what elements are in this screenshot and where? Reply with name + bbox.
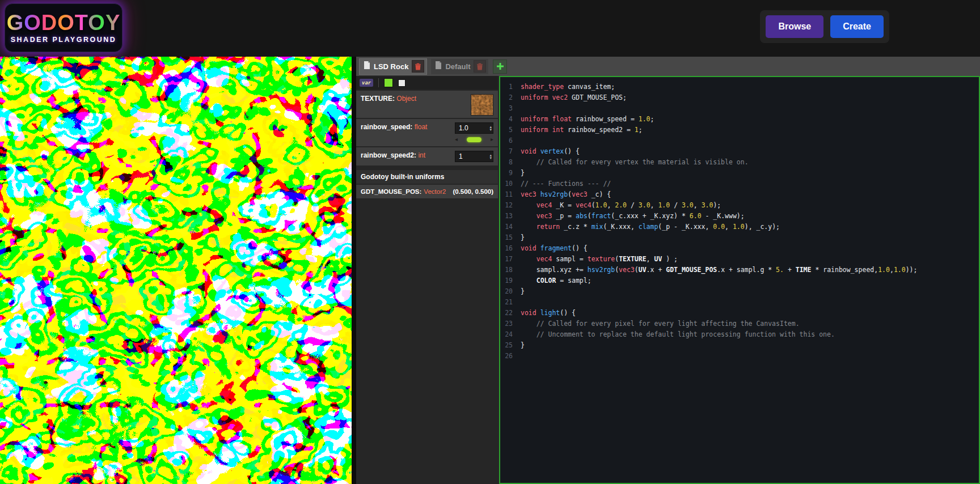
top-bar: GODOTOY SHADER PLAYGROUND Browse Create: [0, 0, 980, 57]
code-line[interactable]: 23 // Called for every pixel for every l…: [500, 319, 979, 329]
line-number: 21: [500, 297, 521, 308]
uniform-rainbow-speed2-row: rainbow_speed2: int 1 ▴▾: [356, 147, 498, 165]
mouse-pos-value: (0.500, 0.500): [453, 188, 493, 195]
code-line[interactable]: 24 // Uncomment to replace the default l…: [500, 329, 979, 340]
uniform-name: rainbow_speed2:: [361, 151, 416, 159]
slider-left-arrow-icon[interactable]: ◂: [455, 137, 458, 142]
code-line[interactable]: 22void light() {: [500, 308, 979, 319]
rainbow-speed2-label: rainbow_speed2: int: [361, 151, 425, 160]
uniforms-panel: var TEXTURE: Object: [356, 76, 498, 484]
line-number: 9: [500, 168, 521, 179]
green-swatch-button[interactable]: [384, 78, 393, 87]
line-number: 11: [500, 189, 521, 200]
code-line[interactable]: 6: [500, 135, 979, 146]
code-line[interactable]: 9}: [500, 168, 979, 179]
rainbow-speed-input[interactable]: 1.0 ▴▾: [455, 122, 493, 134]
code-line[interactable]: 13 vec3 _p = abs(fract(_c.xxx + _K.xyz) …: [500, 211, 979, 222]
line-number: 12: [500, 200, 521, 211]
rainbow-speed2-controls: 1 ▴▾: [455, 151, 493, 162]
spin-value: 1.0: [459, 124, 468, 132]
slider-track[interactable]: [459, 137, 489, 142]
psychedelic-render: [0, 57, 352, 484]
delete-shader-button[interactable]: [412, 60, 424, 73]
code-line[interactable]: 8 // Called for every vertex the materia…: [500, 157, 979, 168]
code-line[interactable]: 26: [500, 351, 979, 362]
spinner-arrows[interactable]: ▴▾: [489, 154, 492, 159]
code-line[interactable]: 3: [500, 103, 979, 114]
uniform-name: TEXTURE:: [361, 95, 395, 103]
add-shader-button[interactable]: [493, 60, 507, 74]
uniform-type: Object: [396, 95, 416, 103]
slider-right-arrow-icon[interactable]: ▸: [491, 137, 493, 142]
line-number: 22: [500, 308, 521, 319]
rock-texture-image: [471, 95, 493, 116]
slider-handle[interactable]: [467, 137, 481, 142]
code-line[interactable]: 12 vec4 _K = vec4(1.0, 2.0 / 3.0, 1.0 / …: [500, 200, 979, 211]
code-line[interactable]: 7void vertex() {: [500, 146, 979, 157]
shader-preview-canvas[interactable]: [0, 57, 352, 484]
line-number: 15: [500, 232, 521, 243]
rainbow-speed-controls: 1.0 ▴▾ ◂ ▸: [455, 122, 493, 143]
rainbow-speed-label: rainbow_speed: float: [361, 122, 427, 131]
code-line[interactable]: 15}: [500, 232, 979, 243]
white-swatch-button[interactable]: [398, 79, 405, 87]
code-line[interactable]: 16void fragment() {: [500, 243, 979, 254]
code-line[interactable]: 4uniform float rainbow_speed = 1.0;: [500, 114, 979, 125]
trash-icon: [415, 63, 421, 70]
delete-shader-button[interactable]: [474, 60, 486, 73]
tab-lsd-rock[interactable]: LSD Rock: [360, 59, 426, 74]
browse-button[interactable]: Browse: [766, 15, 823, 38]
uniform-mouse-pos-row: GDT_MOUSE_POS: Vector2 (0.500, 0.500): [356, 185, 498, 198]
line-number: 13: [500, 211, 521, 222]
code-line[interactable]: 10// --- Functions --- //: [500, 179, 979, 189]
line-number: 10: [500, 179, 521, 189]
line-number: 19: [500, 275, 521, 286]
tab-label: LSD Rock: [374, 62, 408, 71]
line-number: 2: [500, 92, 521, 103]
uniform-name: GDT_MOUSE_POS:: [361, 188, 421, 195]
logo-subtitle: SHADER PLAYGROUND: [11, 36, 117, 44]
texture-thumbnail[interactable]: [471, 94, 493, 116]
code-line[interactable]: 14 return _c.z * mix(_K.xxx, clamp(_p - …: [500, 222, 979, 232]
code-line[interactable]: 25}: [500, 340, 979, 351]
code-line[interactable]: 20}: [500, 286, 979, 297]
line-number: 24: [500, 329, 521, 340]
line-number: 1: [500, 82, 521, 92]
header-actions: Browse Create: [760, 10, 889, 43]
spin-value: 1: [459, 152, 463, 160]
code-line[interactable]: 2uniform vec2 GDT_MOUSE_POS;: [500, 92, 979, 103]
spinner-arrows[interactable]: ▴▾: [489, 125, 492, 131]
var-icon[interactable]: var: [360, 79, 373, 87]
code-line[interactable]: 17 vec4 sampl = texture(TEXTURE, UV ) ;: [500, 254, 979, 265]
line-number: 8: [500, 157, 521, 168]
line-number: 16: [500, 243, 521, 254]
line-number: 14: [500, 222, 521, 232]
line-number: 17: [500, 254, 521, 265]
code-line[interactable]: 1shader_type canvas_item;: [500, 82, 979, 92]
tab-label: Default: [445, 62, 470, 71]
rainbow-speed-slider[interactable]: ◂ ▸: [455, 136, 493, 143]
logo-title: GODOTOY: [7, 12, 121, 33]
code-line[interactable]: 5uniform int rainbow_speed2 = 1;: [500, 125, 979, 135]
rainbow-speed2-input[interactable]: 1 ▴▾: [455, 151, 493, 162]
code-line[interactable]: 21: [500, 297, 979, 308]
code-line[interactable]: 11vec3 hsv2rgb(vec3 _c) {: [500, 189, 979, 200]
right-panel: LSD Rock Default: [356, 57, 980, 484]
line-number: 7: [500, 146, 521, 157]
code-line[interactable]: 19 COLOR = sampl;: [500, 275, 979, 286]
line-number: 4: [500, 114, 521, 125]
create-button[interactable]: Create: [830, 15, 884, 38]
main-area: LSD Rock Default: [0, 57, 980, 484]
uniform-type: float: [415, 123, 428, 131]
texture-uniform-label: TEXTURE: Object: [361, 94, 416, 103]
line-number: 20: [500, 286, 521, 297]
trash-icon: [476, 63, 483, 70]
app-logo[interactable]: GODOTOY SHADER PLAYGROUND: [5, 3, 122, 52]
toolbar-divider: [378, 78, 379, 87]
tab-default[interactable]: Default: [431, 59, 488, 74]
content-row: var TEXTURE: Object: [356, 76, 980, 484]
uniforms-toolbar: var: [356, 76, 498, 90]
code-lines: 1shader_type canvas_item;2uniform vec2 G…: [500, 82, 979, 362]
code-editor[interactable]: 1shader_type canvas_item;2uniform vec2 G…: [499, 76, 980, 484]
code-line[interactable]: 18 sampl.xyz += hsv2rgb(vec3(UV.x + GDT_…: [500, 265, 979, 275]
